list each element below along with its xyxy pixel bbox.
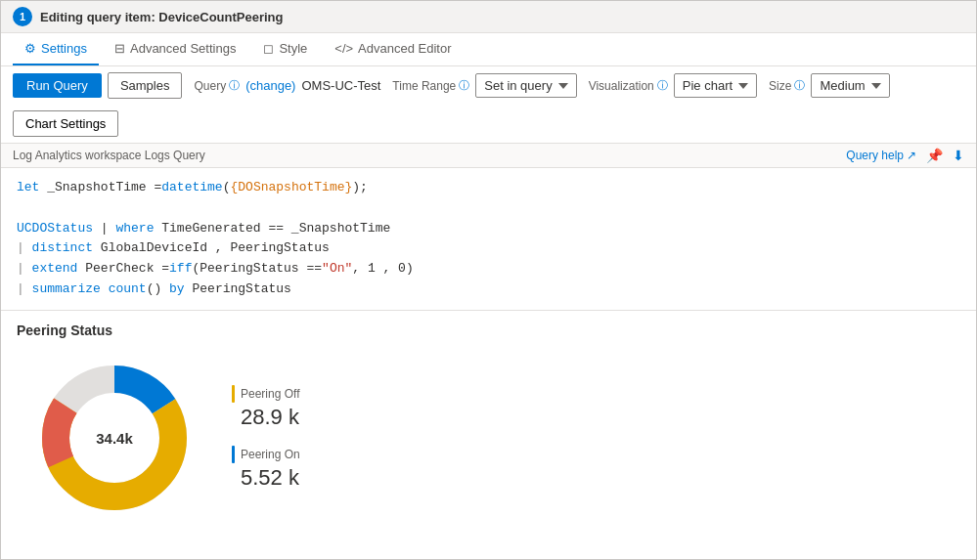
samples-button[interactable]: Samples — [108, 72, 183, 99]
legend-label-off: Peering Off — [232, 385, 300, 403]
code-line-1: let _SnapshotTime = datetime ( {DOSnapsh… — [17, 178, 960, 198]
title-bar: 1 Editing query item: DeviceCountPeering — [1, 1, 976, 33]
size-info-icon[interactable]: ⓘ — [794, 78, 805, 93]
code-line-4: | extend PeerCheck = iff (PeeringStatus … — [17, 259, 960, 280]
tab-style[interactable]: ◻ Style — [251, 33, 319, 65]
code-line-2: UCDOStatus | where TimeGenerated == _Sna… — [17, 219, 960, 239]
legend-color-off — [232, 385, 235, 403]
toolbar: Run Query Samples Query ⓘ (change) OMS-U… — [1, 66, 976, 144]
time-range-info-icon[interactable]: ⓘ — [459, 78, 469, 93]
legend-label-on: Peering On — [232, 446, 300, 463]
visualization-label: Visualization ⓘ — [589, 78, 668, 93]
tab-advanced-settings[interactable]: ⊟ Advanced Settings — [103, 33, 247, 65]
size-group: Size ⓘ Medium — [769, 73, 890, 98]
legend-value-on: 5.52 k — [232, 465, 300, 491]
tab-advanced-settings-label: Advanced Settings — [130, 41, 236, 56]
advanced-settings-icon: ⊟ — [114, 41, 125, 56]
action-group: Run Query Samples — [13, 72, 182, 99]
chart-title: Peering Status — [17, 323, 960, 338]
time-range-group: Time Range ⓘ Set in query — [392, 73, 576, 98]
chart-settings-button[interactable]: Chart Settings — [13, 110, 118, 137]
tab-settings-label: Settings — [41, 41, 87, 56]
chart-legend: Peering Off 28.9 k Peering On 5.52 k — [232, 385, 300, 491]
legend-color-on — [232, 446, 235, 463]
code-line-blank — [17, 198, 960, 219]
time-range-select[interactable]: Set in query — [475, 73, 576, 98]
tab-settings[interactable]: ⚙ Settings — [13, 33, 99, 65]
query-help-link[interactable]: Query help ↗ — [846, 149, 916, 162]
change-link[interactable]: (change) — [245, 78, 295, 93]
size-label: Size ⓘ — [769, 78, 805, 93]
size-select[interactable]: Medium — [811, 73, 889, 98]
download-icon[interactable]: ⬇ — [953, 148, 964, 163]
query-value: OMS-UC-Test — [301, 78, 380, 93]
visualization-info-icon[interactable]: ⓘ — [657, 78, 668, 93]
legend-item-on: Peering On 5.52 k — [232, 446, 300, 491]
query-header-label: Log Analytics workspace Logs Query — [13, 149, 205, 162]
external-link-icon: ↗ — [907, 149, 916, 162]
query-header-actions: Query help ↗ 📌 ⬇ — [846, 148, 964, 163]
page-title: Editing query item: DeviceCountPeering — [40, 10, 284, 24]
step-number: 1 — [13, 7, 32, 26]
visualization-select[interactable]: Pie chart — [674, 73, 757, 98]
query-editor-header: Log Analytics workspace Logs Query Query… — [1, 144, 976, 168]
style-icon: ◻ — [263, 41, 274, 56]
nav-tabs: ⚙ Settings ⊟ Advanced Settings ◻ Style <… — [1, 33, 976, 66]
query-group: Query ⓘ (change) OMS-UC-Test — [194, 78, 380, 93]
advanced-editor-icon: </> — [334, 41, 353, 56]
visualization-group: Visualization ⓘ Pie chart — [589, 73, 757, 98]
legend-value-off: 28.9 k — [232, 405, 300, 430]
pin-icon[interactable]: 📌 — [926, 148, 943, 163]
donut-center-label: 34.4k — [96, 429, 133, 446]
chart-section: Peering Status 34.4k Pee — [1, 311, 976, 538]
time-range-label: Time Range ⓘ — [392, 78, 469, 93]
settings-icon: ⚙ — [24, 41, 36, 56]
query-label: Query ⓘ — [194, 78, 240, 93]
code-editor[interactable]: let _SnapshotTime = datetime ( {DOSnapsh… — [1, 168, 976, 311]
tab-advanced-editor-label: Advanced Editor — [358, 41, 451, 56]
chart-container: 34.4k Peering Off 28.9 k Peering On 5.52… — [17, 350, 960, 526]
run-query-button[interactable]: Run Query — [13, 73, 102, 98]
tab-advanced-editor[interactable]: </> Advanced Editor — [323, 33, 463, 65]
donut-chart: 34.4k — [36, 360, 193, 516]
legend-item-off: Peering Off 28.9 k — [232, 385, 300, 430]
code-line-5: | summarize count () by PeeringStatus — [17, 280, 960, 300]
tab-style-label: Style — [279, 41, 307, 56]
code-line-3: | distinct GlobalDeviceId , PeeringStatu… — [17, 238, 960, 259]
query-info-icon[interactable]: ⓘ — [229, 78, 240, 93]
